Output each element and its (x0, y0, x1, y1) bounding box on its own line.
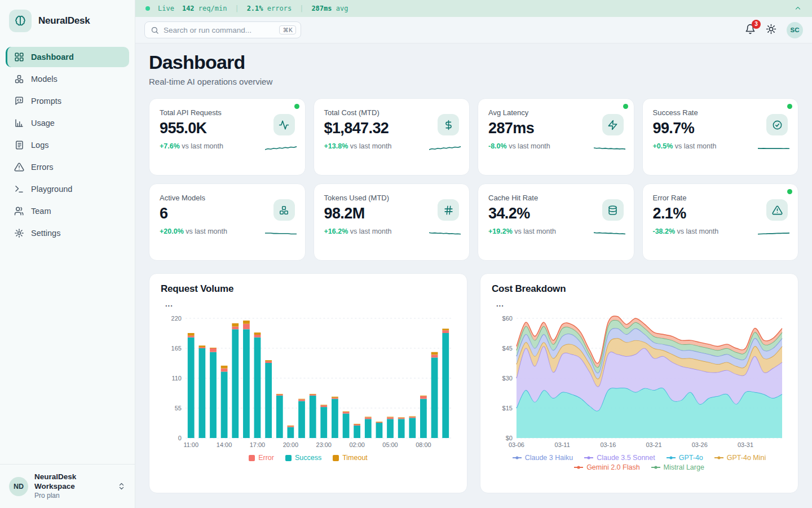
legend-item-error[interactable]: Error (249, 454, 274, 462)
legend-label: Success (295, 454, 321, 462)
sidebar-item-dashboard[interactable]: Dashboard (6, 47, 129, 67)
sidebar-item-logs[interactable]: Logs (6, 135, 129, 155)
sidebar-item-label: Usage (31, 119, 55, 128)
stat-card-cache-hit-rate: Cache Hit Rate 34.2% +19.2% vs last mont… (478, 183, 634, 261)
alert-triangle-icon (766, 199, 788, 221)
svg-text:03-26: 03-26 (692, 441, 708, 448)
boxes-icon (273, 199, 295, 221)
sparkline (594, 229, 625, 239)
avg-latency-value: 287ms (311, 5, 332, 12)
gear-icon (14, 228, 24, 238)
svg-text:20:00: 20:00 (283, 441, 298, 448)
separator: | (299, 5, 303, 12)
stat-card-success-rate: Success Rate 99.7% +0.5% vs last month (642, 98, 799, 176)
svg-text:$60: $60 (502, 315, 513, 322)
stat-card-tokens-used-mtd-: Tokens Used (MTD) 98.2M +16.2% vs last m… (314, 183, 470, 261)
cost-breakdown-legend: Claude 3 HaikuClaude 3.5 SonnetGPT-4oGPT… (492, 454, 787, 471)
command-search[interactable]: ⌘K (144, 21, 301, 38)
user-avatar[interactable]: SC (787, 22, 803, 38)
charts-row: Request Volume ... 05511016522011:0014:0… (149, 273, 798, 493)
legend-line-marker (513, 456, 522, 460)
legend-item-gemini-2-0-flash[interactable]: Gemini 2.0 Flash (574, 463, 639, 471)
separator: | (235, 5, 239, 12)
kbd-shortcut: ⌘K (279, 25, 296, 35)
check-circle-icon (766, 114, 788, 135)
legend-item-timeout[interactable]: Timeout (333, 454, 368, 462)
avg-latency-label: avg (336, 5, 348, 12)
sidebar-item-prompts[interactable]: Prompts (6, 91, 129, 111)
chart-subtitle: ... (496, 300, 787, 308)
svg-text:05:00: 05:00 (382, 441, 398, 448)
terminal-icon (14, 184, 24, 194)
svg-text:23:00: 23:00 (316, 441, 332, 448)
legend-item-gpt-4o[interactable]: GPT-4o (667, 454, 703, 462)
legend-swatch (249, 455, 255, 461)
svg-text:11:00: 11:00 (183, 441, 198, 448)
legend-item-claude-3-haiku[interactable]: Claude 3 Haiku (513, 454, 573, 462)
req-rate-value: 142 (182, 5, 195, 12)
req-rate-label: req/min (198, 5, 227, 12)
cost-breakdown-chart: $0$15$30$45$6003-0603-1103-1603-2103-260… (492, 312, 787, 450)
svg-text:220: 220 (171, 315, 182, 322)
notification-badge: 3 (752, 20, 761, 29)
cost-breakdown-card: Cost Breakdown ... $0$15$30$45$6003-0603… (480, 273, 798, 493)
scroll-icon (14, 140, 24, 150)
svg-text:110: 110 (171, 375, 181, 382)
live-indicator-dot (294, 104, 299, 109)
legend-item-claude-3-5-sonnet[interactable]: Claude 3.5 Sonnet (584, 454, 655, 462)
dashboard-content: Dashboard Real-time AI operations overvi… (135, 43, 812, 508)
search-input[interactable] (164, 26, 275, 34)
legend-label: Timeout (342, 454, 368, 462)
live-status-bar: Live 142 req/min | 2.1% errors | 287ms a… (135, 0, 812, 17)
error-rate-label: errors (267, 5, 292, 12)
brain-icon (9, 10, 32, 32)
stat-card-total-api-requests: Total API Requests 955.0K +7.6% vs last … (149, 98, 306, 176)
notifications-button[interactable]: 3 (745, 24, 756, 37)
theme-toggle-button[interactable] (766, 24, 776, 37)
alert-triangle-icon (14, 162, 24, 172)
svg-text:55: 55 (175, 405, 182, 411)
card-label: Success Rate (653, 108, 788, 117)
stat-cards: Total API Requests 955.0K +7.6% vs last … (149, 98, 798, 261)
sidebar-item-label: Dashboard (31, 52, 74, 62)
svg-text:165: 165 (171, 345, 182, 352)
page-title: Dashboard (149, 51, 798, 73)
chevrons-up-down-icon[interactable] (117, 482, 126, 491)
stat-card-active-models: Active Models 6 +20.0% vs last month (149, 183, 306, 261)
workspace-avatar: ND (9, 477, 28, 496)
card-label: Active Models (160, 194, 295, 202)
sidebar-item-playground[interactable]: Playground (6, 179, 129, 199)
legend-item-mistral-large[interactable]: Mistral Large (651, 463, 704, 471)
zap-icon (602, 114, 624, 135)
sidebar-item-label: Playground (31, 185, 72, 194)
page-subtitle: Real-time AI operations overview (149, 77, 798, 86)
topbar: ⌘K 3 SC (135, 17, 812, 43)
sparkline (758, 143, 789, 154)
live-indicator-dot (623, 104, 628, 109)
sun-icon (766, 24, 776, 37)
stat-card-total-cost-mtd-: Total Cost (MTD) $1,847.32 +13.8% vs las… (314, 98, 470, 176)
live-indicator-dot (787, 189, 792, 194)
message-code-icon (14, 96, 24, 106)
workspace-switcher[interactable]: ND NeuralDesk Workspace Pro plan (0, 464, 135, 508)
legend-item-gpt-4o-mini[interactable]: GPT-4o Mini (714, 454, 766, 462)
legend-line-marker (714, 456, 723, 460)
sidebar-item-team[interactable]: Team (6, 201, 129, 221)
sidebar-item-models[interactable]: Models (6, 69, 129, 89)
boxes-icon (14, 74, 24, 84)
legend-item-success[interactable]: Success (285, 454, 321, 462)
sidebar-item-label: Errors (31, 163, 53, 172)
svg-text:0: 0 (178, 435, 182, 441)
sparkline (265, 229, 297, 239)
sidebar-item-errors[interactable]: Errors (6, 157, 129, 177)
chevron-up-icon[interactable] (794, 5, 802, 12)
request-volume-legend: ErrorSuccessTimeout (161, 454, 456, 462)
sidebar-item-label: Prompts (31, 97, 61, 106)
legend-label: GPT-4o Mini (727, 454, 766, 462)
legend-label: Claude 3 Haiku (525, 454, 573, 462)
card-label: Cache Hit Rate (488, 194, 624, 202)
sidebar-item-settings[interactable]: Settings (6, 223, 129, 243)
bar-chart-icon (14, 118, 24, 128)
sidebar-item-usage[interactable]: Usage (6, 113, 129, 133)
stat-card-error-rate: Error Rate 2.1% -38.2% vs last month (642, 183, 799, 261)
